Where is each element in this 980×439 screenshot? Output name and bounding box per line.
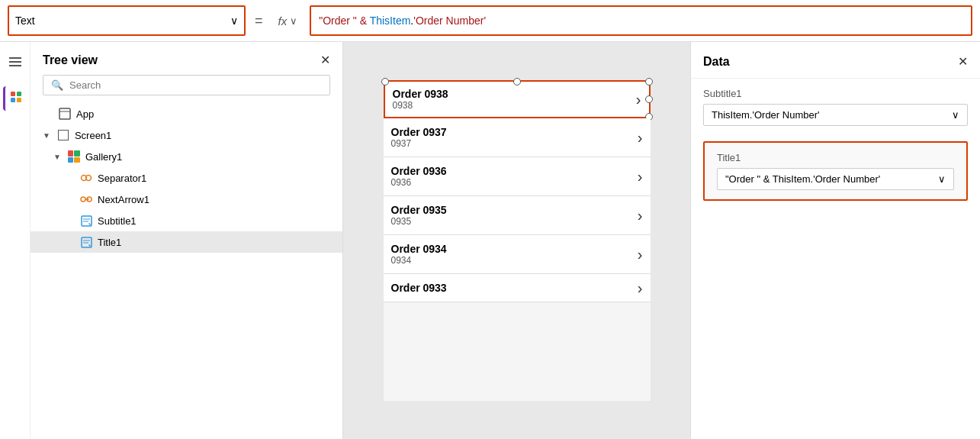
svg-point-8 [81, 197, 85, 202]
gallery1-caret: ▼ [53, 153, 61, 161]
tree-item-screen1[interactable]: ▼ Screen1 [31, 124, 342, 146]
gallery-item-0934[interactable]: Order 0934 0934 › [384, 235, 651, 274]
tree-item-title1[interactable]: Title1 [31, 231, 342, 253]
tree-item-app[interactable]: App [31, 103, 342, 124]
gallery-item-0933-title: Order 0933 [391, 282, 620, 294]
tree-title: Tree view [43, 53, 98, 67]
sidebar-strip [0, 42, 31, 439]
gallery-item-0935-title: Order 0935 [391, 204, 620, 216]
title1-value: "Order " & ThisItem.'Order Number' [725, 173, 880, 185]
tree-item-subtitle1[interactable]: Subtitle1 [31, 210, 342, 231]
gallery-item-0936-arrow: › [638, 168, 643, 186]
handle-tm[interactable] [513, 78, 521, 86]
gallery-item-0938-selected[interactable]: Order 0938 0938 › [384, 80, 651, 118]
fx-chevron: ∨ [290, 15, 297, 27]
formula-bar[interactable]: "Order " & ThisItem.'Order Number' [310, 5, 972, 36]
gallery-item-0935[interactable]: Order 0935 0935 › [384, 196, 651, 235]
gallery-item-0937-arrow: › [638, 129, 643, 147]
canvas-area: Order 0938 0938 › Order 0937 0937 › [343, 42, 690, 439]
subtitle1-label: Subtitle1 [703, 88, 968, 99]
gallery-container: Order 0938 0938 › Order 0937 0937 › [384, 80, 651, 302]
tree-close-button[interactable]: ✕ [320, 53, 330, 67]
gallery-icon [67, 150, 81, 163]
nextarrow-icon [79, 192, 93, 206]
title1-label: Title1 [717, 152, 954, 163]
tree-item-nextarrow1-label: NextArrow1 [98, 194, 149, 205]
title1-icon [79, 235, 93, 249]
formula-order-part: "Order " & [319, 15, 369, 27]
data-panel-title: Data [703, 55, 730, 69]
separator-icon [79, 171, 93, 185]
hamburger-button[interactable] [3, 50, 27, 74]
gallery-item-0935-arrow: › [638, 207, 643, 224]
tree-panel: Tree view ✕ 🔍 [31, 42, 342, 439]
svg-rect-0 [11, 92, 15, 96]
data-panel: Data ✕ Subtitle1 ThisItem.'Order Number'… [690, 42, 980, 439]
tree-item-subtitle1-label: Subtitle1 [98, 215, 137, 227]
search-icon: 🔍 [51, 79, 63, 91]
gallery-item-0937-title: Order 0937 [391, 126, 620, 138]
gallery-item-0934-arrow: › [638, 246, 643, 263]
subtitle1-caret-icon: ∨ [952, 109, 959, 121]
property-selector[interactable]: Text ∨ [8, 5, 246, 36]
gallery-item-0933[interactable]: Order 0933 › [384, 274, 651, 302]
canvas-frame: Order 0938 0938 › Order 0937 0937 › [384, 80, 651, 401]
fx-symbol: fx [278, 15, 288, 27]
subtitle1-section: Subtitle1 ThisItem.'Order Number' ∨ [691, 79, 980, 135]
main-content: Tree view ✕ 🔍 [0, 42, 980, 439]
gallery-item-0938-arrow: › [636, 91, 641, 108]
layers-button[interactable] [3, 86, 27, 111]
svg-rect-3 [17, 98, 21, 102]
tree-item-screen1-label: Screen1 [75, 130, 111, 141]
data-panel-close-button[interactable]: ✕ [958, 54, 968, 69]
gallery-item-0937[interactable]: Order 0937 0937 › [384, 118, 651, 157]
data-panel-header: Data ✕ [691, 42, 980, 79]
tree-view-panel: Tree view ✕ 🔍 [31, 42, 343, 439]
svg-rect-1 [17, 92, 21, 96]
gallery-item-0933-arrow: › [638, 279, 643, 297]
title1-dropdown[interactable]: "Order " & ThisItem.'Order Number' ∨ [717, 168, 954, 190]
gallery-item-0936-title: Order 0936 [391, 165, 620, 177]
gallery-item-0936-subtitle: 0936 [391, 177, 620, 188]
fx-button[interactable]: fx ∨ [272, 11, 304, 31]
layers-icon [9, 90, 23, 107]
screen1-caret: ▼ [43, 131, 50, 140]
gallery-item-0938-subtitle: 0938 [393, 100, 619, 111]
formula-prop-part: 'Order Number' [413, 15, 486, 27]
handle-rm[interactable] [645, 95, 653, 103]
svg-rect-2 [11, 98, 15, 102]
handle-tl[interactable] [381, 78, 389, 86]
tree-item-gallery1-label: Gallery1 [85, 151, 122, 163]
equals-sign: = [255, 13, 263, 29]
handle-tr[interactable] [645, 78, 653, 86]
gallery-item-0938-title: Order 0938 [393, 88, 619, 100]
subtitle1-dropdown[interactable]: ThisItem.'Order Number' ∨ [703, 104, 968, 126]
tree-header: Tree view ✕ [31, 42, 342, 75]
tree-item-nextarrow1[interactable]: NextArrow1 [31, 189, 342, 210]
gallery-item-0934-title: Order 0934 [391, 243, 620, 255]
screen-icon [56, 128, 70, 142]
hamburger-icon [9, 57, 21, 66]
search-box[interactable]: 🔍 [43, 75, 330, 95]
title1-caret-icon: ∨ [938, 173, 946, 185]
search-input[interactable] [69, 79, 322, 91]
top-bar: Text ∨ = fx ∨ "Order " & ThisItem.'Order… [0, 0, 980, 42]
formula-text: "Order " & ThisItem.'Order Number' [319, 15, 486, 27]
tree-items-container: App ▼ Screen1 ▼ [31, 103, 342, 439]
title1-section: Title1 "Order " & ThisItem.'Order Number… [703, 141, 968, 201]
gallery-item-0934-subtitle: 0934 [391, 255, 620, 266]
tree-item-gallery1[interactable]: ▼ Gallery1 [31, 146, 342, 167]
subtitle1-icon [79, 214, 93, 228]
property-label: Text [15, 15, 35, 27]
tree-item-separator1[interactable]: Separator1 [31, 167, 342, 189]
formula-thisitem-part: ThisItem [370, 15, 411, 27]
svg-rect-4 [59, 108, 70, 119]
gallery-item-0936[interactable]: Order 0936 0936 › [384, 157, 651, 196]
app-icon [58, 107, 72, 121]
subtitle1-value: ThisItem.'Order Number' [712, 109, 820, 121]
gallery-item-0937-subtitle: 0937 [391, 138, 620, 149]
property-dropdown-caret[interactable]: ∨ [230, 15, 238, 27]
gallery-item-0935-subtitle: 0935 [391, 216, 620, 227]
tree-item-separator1-label: Separator1 [98, 173, 146, 184]
tree-item-app-label: App [76, 108, 94, 120]
